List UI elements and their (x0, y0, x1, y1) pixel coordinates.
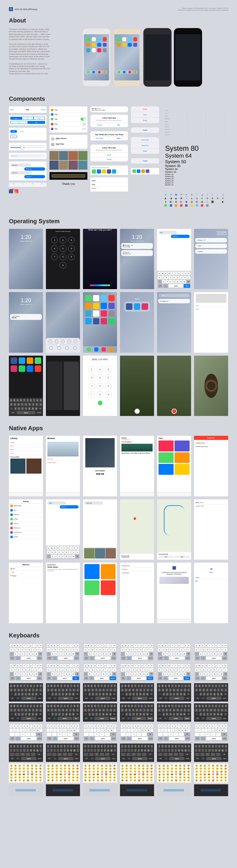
key-T[interactable]: T (60, 644, 62, 647)
wifi-toggle[interactable] (55, 340, 58, 343)
key-1[interactable]: 1 (47, 724, 50, 728)
key-P[interactable]: P (225, 684, 227, 688)
key-Q[interactable]: Q (121, 644, 124, 647)
key-7[interactable]: 7 (141, 744, 143, 748)
key-P[interactable]: P (187, 664, 190, 668)
key-H[interactable]: H (213, 668, 216, 672)
key-F[interactable]: F (95, 648, 98, 652)
key-Y[interactable]: Y (137, 684, 140, 688)
key-P[interactable]: P (187, 644, 190, 647)
list-item[interactable]: Photos (195, 576, 227, 580)
globe-key[interactable]: 🌐 (163, 737, 168, 740)
key-V[interactable]: V (25, 712, 28, 716)
emoji[interactable]: 😍 (112, 768, 116, 770)
key-Q[interactable]: Q (84, 664, 86, 668)
key-Q[interactable]: Q (158, 704, 161, 708)
emoji[interactable]: 🤗 (88, 773, 91, 776)
key--[interactable]: - (121, 749, 124, 752)
key-Q[interactable]: Q (10, 644, 12, 647)
space-key[interactable]: space (132, 737, 148, 740)
emoji[interactable]: 😅 (67, 765, 71, 767)
emoji[interactable]: 🤓 (55, 773, 59, 776)
key-Z[interactable]: Z (162, 652, 165, 656)
key-S[interactable]: S (13, 708, 16, 712)
delete-key[interactable]: ⌫ (110, 753, 116, 756)
key-C[interactable]: C (169, 712, 172, 716)
key-G[interactable]: G (24, 648, 27, 652)
key-X[interactable]: X (18, 672, 21, 676)
key-@[interactable]: @ (221, 749, 224, 752)
return-key[interactable]: return (222, 717, 227, 720)
key-1[interactable]: 1 (47, 744, 50, 748)
key-J[interactable]: J (69, 648, 72, 652)
key-![interactable]: ! (211, 733, 215, 736)
notification-card[interactable]: 📱 Messages · nowNew message (121, 243, 153, 249)
delete-key[interactable]: ⌫ (223, 652, 227, 656)
key-R[interactable]: R (94, 644, 96, 647)
key-S[interactable]: S (161, 708, 164, 712)
emoji[interactable]: 🤓 (203, 773, 207, 776)
emoji[interactable]: 😞 (84, 776, 87, 779)
return-key[interactable]: return (185, 696, 190, 700)
key-Y[interactable]: Y (26, 684, 29, 688)
key-A[interactable]: A (10, 648, 13, 652)
key-K[interactable]: K (146, 648, 149, 652)
key-/[interactable]: / (87, 749, 90, 752)
key-F[interactable]: F (58, 648, 61, 652)
shutter-button[interactable] (134, 409, 140, 414)
key-;[interactable]: ; (94, 728, 96, 732)
key-8[interactable]: 8 (181, 724, 184, 728)
space-key[interactable]: space (95, 717, 109, 720)
key-X[interactable]: X (18, 652, 21, 656)
key-T[interactable]: T (23, 684, 25, 688)
key-L[interactable]: L (150, 668, 153, 672)
key-F[interactable]: F (169, 688, 172, 692)
dial-5[interactable]: 5 (97, 374, 103, 381)
emoji[interactable]: 🤓 (18, 773, 22, 776)
key-;[interactable]: ; (168, 749, 170, 752)
keypad-8[interactable]: 8 (59, 254, 66, 260)
key-K[interactable]: K (72, 688, 75, 692)
emoji[interactable]: 😗 (125, 770, 129, 773)
key-V[interactable]: V (62, 672, 64, 676)
key-"[interactable]: " (40, 728, 42, 732)
return-key[interactable]: Send (147, 717, 153, 720)
key-/[interactable]: / (198, 728, 201, 732)
key-V[interactable]: V (99, 692, 102, 696)
emoji[interactable]: 😂 (71, 765, 75, 767)
key-T[interactable]: T (134, 684, 137, 688)
key-S[interactable]: S (125, 668, 127, 672)
emoji[interactable]: ☺️ (158, 768, 161, 770)
emoji[interactable]: 😠 (59, 779, 63, 782)
space-key[interactable]: space (169, 656, 185, 660)
notes-icon[interactable] (102, 169, 106, 174)
key-M[interactable]: M (109, 692, 112, 696)
key-N[interactable]: N (31, 672, 34, 676)
emoji[interactable]: 😐 (183, 779, 186, 782)
key-H[interactable]: H (213, 688, 216, 692)
key-Q[interactable]: Q (158, 644, 161, 647)
key-G[interactable]: G (173, 668, 175, 672)
key-F[interactable]: F (169, 668, 172, 672)
key-U[interactable]: U (67, 546, 69, 550)
key-C[interactable]: C (58, 712, 61, 716)
app-card[interactable] (64, 362, 79, 410)
emoji[interactable]: 😄 (203, 765, 207, 767)
key-M[interactable]: M (72, 692, 75, 696)
emoji[interactable]: ☺️ (84, 768, 87, 770)
key-E[interactable]: E (202, 684, 204, 688)
space-key[interactable]: space (57, 717, 72, 720)
emoji[interactable]: 😫 (195, 779, 199, 782)
key-0[interactable]: 0 (40, 724, 42, 728)
emoji[interactable]: 😇 (92, 768, 96, 770)
key-)[interactable]: ) (175, 728, 177, 732)
number-key[interactable]: 123 (121, 717, 126, 720)
emoji[interactable]: 😋 (137, 770, 141, 773)
key-R[interactable]: R (57, 684, 59, 688)
key-Z[interactable]: Z (162, 692, 165, 696)
key-H[interactable]: H (102, 648, 105, 652)
space-key[interactable]: space (132, 676, 146, 680)
key-V[interactable]: V (210, 672, 213, 676)
key-W[interactable]: W (124, 684, 127, 688)
emoji[interactable]: 😇 (55, 768, 59, 770)
